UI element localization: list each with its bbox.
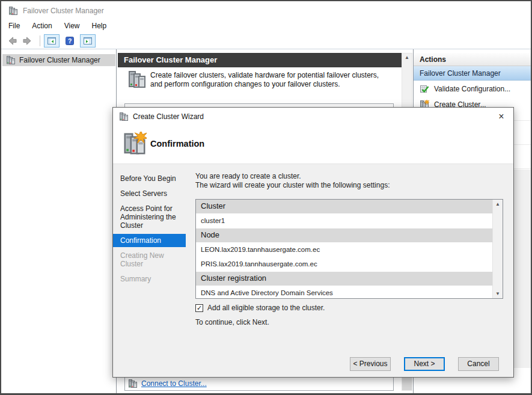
scroll-up-icon[interactable]: ▲ — [493, 201, 503, 207]
wizard-page-title: Confirmation — [150, 139, 204, 149]
forward-button[interactable] — [20, 35, 35, 47]
scroll-down-icon[interactable]: ▼ — [493, 291, 503, 296]
confirmation-cluster-icon — [123, 132, 147, 156]
cluster-toolbox-icon — [127, 70, 147, 89]
wizard-titlebar: Create Cluster Wizard × — [113, 108, 513, 126]
storage-checkbox-row: ✓ Add all eligible storage to the cluste… — [195, 304, 503, 312]
wizard-body: Before You Begin Select Servers Access P… — [113, 164, 513, 351]
settings-value-row: LEON.lax2019.tannhausergate.com.ec — [196, 243, 492, 257]
menu-help[interactable]: Help — [86, 20, 113, 32]
settings-list-scrollbar[interactable]: ▲ ▼ — [492, 200, 503, 298]
scrollbar-thumb[interactable] — [402, 377, 412, 390]
cluster-icon — [119, 112, 129, 121]
step-select-servers: Select Servers — [113, 187, 186, 200]
intro-line-1: You are ready to create a cluster. — [195, 172, 503, 181]
action-validate-configuration[interactable]: Validate Configuration... — [414, 81, 531, 97]
action-item-label: Validate Configuration... — [434, 85, 510, 93]
menu-action[interactable]: Action — [26, 20, 58, 32]
actions-group-failover-cluster-manager[interactable]: Failover Cluster Manager — [414, 66, 531, 81]
wizard-button-row: < Previous Next > Cancel — [113, 351, 513, 377]
cluster-settings-list: Cluster cluster1 Node LEON.lax2019.tannh… — [195, 199, 503, 299]
settings-section-header: Cluster registration — [196, 272, 492, 286]
step-before-you-begin: Before You Begin — [113, 172, 186, 185]
wizard-intro: You are ready to create a cluster. The w… — [195, 172, 503, 190]
actions-panel-title: Actions — [414, 53, 531, 66]
settings-section-header: Node — [196, 228, 492, 242]
cancel-button[interactable]: Cancel — [458, 357, 499, 371]
wizard-page-header: Confirmation — [113, 126, 513, 164]
center-panel-header: Failover Cluster Manager — [118, 53, 402, 67]
wizard-title: Create Cluster Wizard — [133, 112, 204, 121]
settings-value-row: PRIS.lax2019.tannhausergate.com.ec — [196, 257, 492, 271]
back-button[interactable] — [5, 35, 19, 47]
close-icon[interactable]: × — [494, 110, 509, 123]
svg-text:?: ? — [68, 37, 72, 44]
scroll-up-icon[interactable]: ▲ — [402, 55, 412, 60]
show-action-pane-button[interactable] — [80, 34, 96, 47]
forward-arrow-icon — [23, 36, 32, 46]
toolbar-separator — [40, 35, 40, 46]
add-storage-checkbox-label[interactable]: Add all eligible storage to the cluster. — [207, 304, 325, 312]
menu-view[interactable]: View — [58, 20, 86, 32]
tree-item-label: Failover Cluster Manager — [19, 56, 100, 64]
window-edge — [0, 0, 532, 1]
failover-cluster-manager-window: Failover Cluster Manager File Action Vie… — [0, 0, 532, 395]
menu-file[interactable]: File — [2, 20, 26, 32]
console-tree-panel: Failover Cluster Manager — [1, 49, 117, 393]
center-panel-description: Create failover clusters, validate hardw… — [150, 71, 392, 89]
window-titlebar: Failover Cluster Manager — [1, 1, 531, 20]
show-console-tree-button[interactable] — [44, 34, 60, 47]
menu-bar: File Action View Help — [1, 20, 531, 32]
wizard-content: You are ready to create a cluster. The w… — [186, 164, 513, 351]
connect-to-cluster-row: Connect to Cluster... — [128, 379, 207, 388]
window-title: Failover Cluster Manager — [23, 7, 104, 15]
continue-note: To continue, click Next. — [195, 318, 503, 326]
previous-button[interactable]: < Previous — [350, 357, 391, 371]
add-storage-checkbox[interactable]: ✓ — [195, 304, 203, 312]
cluster-icon — [6, 55, 16, 65]
next-button[interactable]: Next > — [404, 357, 445, 371]
validate-check-icon — [420, 84, 429, 94]
help-icon: ? — [65, 36, 75, 46]
cluster-icon — [128, 379, 138, 388]
tree-item-failover-cluster-manager[interactable]: Failover Cluster Manager — [2, 54, 115, 66]
wizard-steps-sidebar: Before You Begin Select Servers Access P… — [113, 164, 186, 351]
toolbar: ? — [1, 32, 531, 49]
step-summary: Summary — [113, 272, 186, 286]
intro-line-2: The wizard will create your cluster with… — [195, 181, 503, 190]
step-confirmation: Confirmation — [113, 234, 186, 247]
window-edge — [0, 0, 1, 395]
console-tree-icon — [47, 36, 57, 46]
action-pane-icon — [83, 36, 93, 46]
step-access-point: Access Point for Administering the Clust… — [113, 202, 186, 232]
step-creating-new-cluster: Creating New Cluster — [113, 249, 186, 271]
settings-value-row: cluster1 — [196, 214, 492, 228]
help-button[interactable]: ? — [62, 34, 78, 47]
back-arrow-icon — [7, 36, 17, 46]
connect-to-cluster-link[interactable]: Connect to Cluster... — [141, 379, 207, 388]
settings-section-header: Cluster — [196, 200, 492, 213]
cluster-manager-app-icon — [8, 6, 18, 16]
create-cluster-wizard-dialog: Create Cluster Wizard × Confirmation Bef… — [112, 107, 514, 378]
settings-value-row: DNS and Active Directory Domain Services — [196, 286, 492, 299]
